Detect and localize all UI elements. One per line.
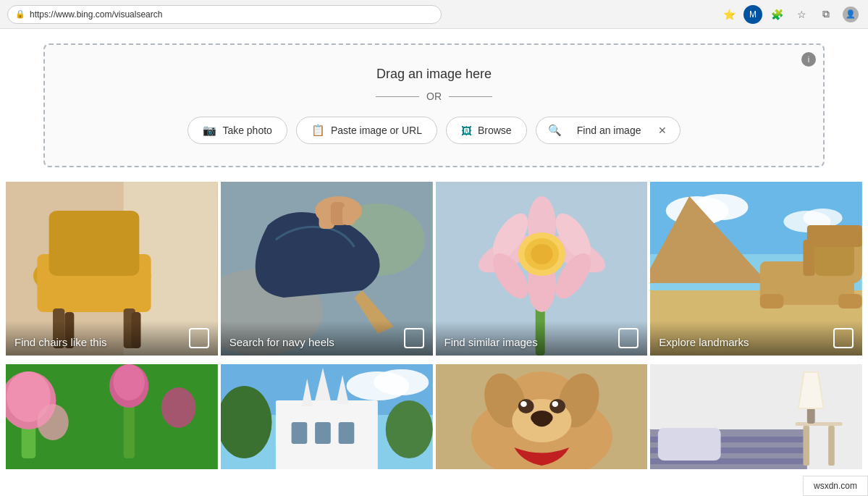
paste-image-label: Paste image or URL [331,125,422,136]
paste-image-button[interactable]: 📋 Paste image or URL [296,117,437,144]
svg-rect-45 [804,240,815,276]
image-card-heels[interactable]: Search for navy heels [221,182,433,356]
split-view-icon[interactable]: ⧉ [816,4,836,25]
flower-card-label: Find similar images [444,336,538,348]
svg-rect-70 [338,422,354,444]
svg-rect-5 [49,211,140,276]
svg-rect-93 [807,408,815,424]
chair-card-overlay: Find chairs like this [6,321,218,356]
image-card-puppy[interactable] [436,364,648,469]
svg-rect-68 [291,422,307,444]
svg-rect-17 [342,205,355,225]
browse-button[interactable]: 🖼 Browse [446,117,527,144]
main-content: i Drag an image here OR 📷 Take photo 📋 P… [0,29,868,475]
svg-rect-91 [804,426,810,466]
svg-point-57 [161,387,196,428]
svg-point-31 [531,244,552,264]
paste-icon: 📋 [311,124,325,137]
svg-rect-44 [807,225,862,247]
action-buttons: 📷 Take photo 📋 Paste image or URL 🖼 Brow… [59,117,809,144]
heels-card-label: Search for navy heels [229,336,334,348]
svg-rect-43 [815,243,854,276]
or-divider: OR [59,91,809,102]
find-image-area[interactable]: 🔍 Find an image ✕ [536,117,681,144]
svg-rect-89 [658,428,721,461]
scan-icon-chair [189,328,209,348]
browse-label: Browse [478,125,512,136]
heels-card-overlay: Search for navy heels [221,321,433,356]
favorites-icon[interactable]: ⭐ [719,4,739,25]
image-card-tulips[interactable] [6,364,218,469]
flower-card-overlay: Find similar images [436,321,648,356]
find-image-label: Find an image [577,125,641,136]
close-find-button[interactable]: ✕ [657,123,668,138]
svg-point-80 [521,401,527,407]
sphinx-card-label: Explore landmarks [659,336,749,348]
image-card-chair[interactable]: Find chairs like this [6,182,218,356]
svg-rect-92 [828,426,835,466]
take-photo-button[interactable]: 📷 Take photo [187,117,287,144]
scan-icon-heels [404,328,424,348]
camera-icon: 📷 [203,124,216,137]
take-photo-label: Take photo [222,125,272,136]
image-grid-row2 [0,364,868,475]
url-bar[interactable]: 🔒 https://www.bing.com/visualsearch [7,5,442,24]
svg-point-78 [518,399,534,413]
extensions-icon[interactable]: 🧩 [767,4,787,25]
scan-icon-sphinx [833,328,854,348]
svg-point-37 [804,209,843,227]
svg-point-81 [552,401,558,407]
svg-point-61 [374,369,429,395]
drop-zone[interactable]: i Drag an image here OR 📷 Take photo 📋 P… [43,43,825,167]
image-card-flower[interactable]: Find similar images [436,182,648,356]
svg-rect-69 [315,422,331,444]
info-button[interactable]: i [801,52,816,67]
svg-point-56 [37,404,68,440]
drop-zone-container: i Drag an image here OR 📷 Take photo 📋 P… [0,29,868,182]
image-grid-row1: Find chairs like this [0,182,868,361]
scan-icon-flower [618,328,639,348]
url-text: https://www.bing.com/visualsearch [30,9,162,20]
svg-point-79 [549,399,565,413]
image-card-sphinx[interactable]: Explore landmarks [650,182,862,356]
svg-rect-90 [796,422,843,426]
or-text: OR [426,91,442,102]
browse-icon: 🖼 [461,125,472,137]
image-card-interior[interactable] [650,364,862,469]
svg-rect-46 [838,294,862,308]
image-card-temple[interactable] [221,364,433,469]
search-icon: 🔍 [548,124,562,137]
lock-icon: 🔒 [15,9,25,19]
svg-point-63 [385,400,432,458]
sphinx-card-overlay: Explore landmarks [650,321,862,356]
or-line-left [376,96,419,97]
browser-chrome: 🔒 https://www.bing.com/visualsearch ⭐ M … [0,0,868,29]
svg-rect-47 [760,294,784,308]
chair-card-label: Find chairs like this [14,336,107,348]
user-icon[interactable]: 👤 [840,4,861,25]
svg-point-55 [114,364,145,400]
bookmark-icon[interactable]: ☆ [791,4,812,25]
browser-icons: ⭐ M 🧩 ☆ ⧉ 👤 [719,4,861,25]
or-line-right [449,96,492,97]
profile-icon[interactable]: M [743,5,762,24]
drag-text: Drag an image here [59,67,809,82]
